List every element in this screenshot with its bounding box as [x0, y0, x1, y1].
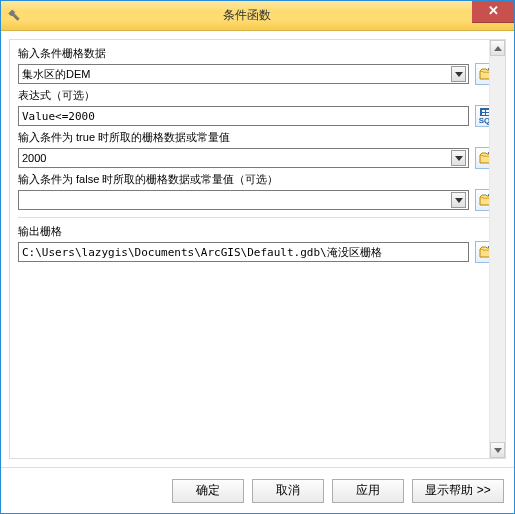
scroll-down-button[interactable]	[490, 442, 505, 458]
field-true-value: 输入条件为 true 时所取的栅格数据或常量值 2000	[18, 130, 499, 169]
window-title: 条件函数	[21, 7, 472, 24]
divider	[18, 217, 499, 218]
empty-space	[18, 266, 499, 426]
chevron-up-icon	[494, 46, 502, 51]
chevron-down-icon[interactable]	[451, 66, 466, 82]
true-value-value: 2000	[22, 152, 46, 164]
footer: 确定 取消 应用 显示帮助 >>	[1, 467, 514, 513]
expression-input[interactable]	[18, 106, 469, 126]
show-help-button[interactable]: 显示帮助 >>	[412, 479, 504, 503]
output-raster-input[interactable]	[18, 242, 469, 262]
chevron-down-icon	[494, 448, 502, 453]
input-raster-select[interactable]: 集水区的DEM	[18, 64, 469, 84]
field-input-raster: 输入条件栅格数据 集水区的DEM	[18, 46, 499, 85]
field-expression: 表达式（可选） SQL	[18, 88, 499, 127]
label-expression: 表达式（可选）	[18, 88, 499, 103]
label-false-value: 输入条件为 false 时所取的栅格数据或常量值（可选）	[18, 172, 499, 187]
close-button[interactable]: ✕	[472, 1, 514, 23]
form-panel: 输入条件栅格数据 集水区的DEM 表达式（可选）	[9, 39, 506, 459]
label-true-value: 输入条件为 true 时所取的栅格数据或常量值	[18, 130, 499, 145]
true-value-select[interactable]: 2000	[18, 148, 469, 168]
cancel-button[interactable]: 取消	[252, 479, 324, 503]
close-icon: ✕	[488, 3, 499, 18]
tool-icon	[7, 9, 21, 23]
scroll-up-button[interactable]	[490, 40, 505, 56]
content-area: 输入条件栅格数据 集水区的DEM 表达式（可选）	[1, 31, 514, 467]
label-output-raster: 输出栅格	[18, 224, 499, 239]
field-false-value: 输入条件为 false 时所取的栅格数据或常量值（可选）	[18, 172, 499, 211]
field-output-raster: 输出栅格	[18, 224, 499, 263]
chevron-down-icon[interactable]	[451, 192, 466, 208]
dialog-window: 条件函数 ✕ 输入条件栅格数据 集水区的DEM	[0, 0, 515, 514]
chevron-down-icon[interactable]	[451, 150, 466, 166]
label-input-raster: 输入条件栅格数据	[18, 46, 499, 61]
titlebar: 条件函数 ✕	[1, 1, 514, 31]
input-raster-value: 集水区的DEM	[22, 67, 90, 82]
false-value-select[interactable]	[18, 190, 469, 210]
apply-button[interactable]: 应用	[332, 479, 404, 503]
ok-button[interactable]: 确定	[172, 479, 244, 503]
vertical-scrollbar[interactable]	[489, 40, 505, 458]
